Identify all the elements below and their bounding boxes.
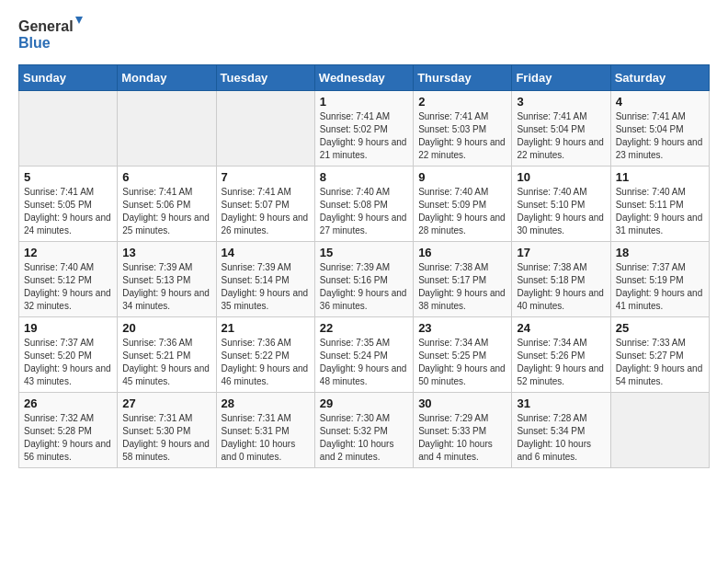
weekday-header-monday: Monday [118, 65, 216, 91]
day-info: Sunrise: 7:41 AMSunset: 5:04 PMDaylight:… [616, 110, 704, 162]
day-info: Sunrise: 7:40 AMSunset: 5:10 PMDaylight:… [517, 186, 605, 237]
svg-text:General: General [18, 18, 74, 34]
day-info: Sunrise: 7:38 AMSunset: 5:18 PMDaylight:… [517, 261, 605, 313]
calendar-cell: 30Sunrise: 7:29 AMSunset: 5:33 PMDayligh… [414, 393, 512, 468]
calendar-cell: 29Sunrise: 7:30 AMSunset: 5:32 PMDayligh… [314, 393, 413, 468]
day-number: 19 [24, 321, 112, 335]
day-info: Sunrise: 7:35 AMSunset: 5:24 PMDaylight:… [320, 337, 408, 388]
day-number: 5 [24, 170, 112, 184]
day-info: Sunrise: 7:40 AMSunset: 5:09 PMDaylight:… [418, 186, 506, 237]
weekday-header-row: SundayMondayTuesdayWednesdayThursdayFrid… [19, 65, 710, 91]
day-number: 18 [616, 246, 704, 259]
day-info: Sunrise: 7:40 AMSunset: 5:12 PMDaylight:… [24, 261, 112, 313]
day-number: 16 [418, 246, 506, 259]
calendar-cell: 25Sunrise: 7:33 AMSunset: 5:27 PMDayligh… [610, 317, 709, 393]
calendar-cell: 12Sunrise: 7:40 AMSunset: 5:12 PMDayligh… [19, 242, 118, 317]
calendar-cell: 21Sunrise: 7:36 AMSunset: 5:22 PMDayligh… [216, 317, 314, 393]
calendar-cell: 26Sunrise: 7:32 AMSunset: 5:28 PMDayligh… [19, 393, 118, 468]
day-info: Sunrise: 7:36 AMSunset: 5:22 PMDaylight:… [222, 337, 310, 388]
calendar-cell: 19Sunrise: 7:37 AMSunset: 5:20 PMDayligh… [19, 317, 118, 393]
week-row-5: 26Sunrise: 7:32 AMSunset: 5:28 PMDayligh… [19, 393, 710, 468]
calendar-cell: 16Sunrise: 7:38 AMSunset: 5:17 PMDayligh… [414, 242, 512, 317]
day-number: 12 [24, 246, 112, 259]
logo: General Blue [18, 15, 83, 55]
weekday-header-saturday: Saturday [610, 65, 709, 91]
day-number: 11 [616, 170, 704, 184]
day-number: 14 [222, 246, 310, 259]
calendar-cell: 14Sunrise: 7:39 AMSunset: 5:14 PMDayligh… [216, 242, 314, 317]
calendar-cell: 8Sunrise: 7:40 AMSunset: 5:08 PMDaylight… [314, 167, 413, 242]
calendar-cell: 24Sunrise: 7:34 AMSunset: 5:26 PMDayligh… [512, 317, 610, 393]
day-info: Sunrise: 7:41 AMSunset: 5:04 PMDaylight:… [517, 110, 605, 162]
day-number: 20 [122, 321, 210, 335]
calendar-cell: 28Sunrise: 7:31 AMSunset: 5:31 PMDayligh… [216, 393, 314, 468]
week-row-2: 5Sunrise: 7:41 AMSunset: 5:05 PMDaylight… [19, 167, 710, 242]
svg-text:Blue: Blue [18, 35, 51, 51]
day-number: 31 [517, 396, 605, 410]
day-number: 25 [616, 321, 704, 335]
day-info: Sunrise: 7:37 AMSunset: 5:19 PMDaylight:… [616, 261, 704, 313]
day-info: Sunrise: 7:41 AMSunset: 5:02 PMDaylight:… [320, 110, 408, 162]
calendar-cell [216, 91, 314, 167]
day-number: 23 [418, 321, 506, 335]
day-info: Sunrise: 7:39 AMSunset: 5:14 PMDaylight:… [222, 261, 310, 313]
day-info: Sunrise: 7:33 AMSunset: 5:27 PMDaylight:… [616, 337, 704, 388]
calendar-cell [19, 91, 118, 167]
day-number: 29 [320, 396, 408, 410]
day-info: Sunrise: 7:30 AMSunset: 5:32 PMDaylight:… [320, 412, 408, 464]
calendar-cell: 23Sunrise: 7:34 AMSunset: 5:25 PMDayligh… [414, 317, 512, 393]
day-number: 13 [122, 246, 210, 259]
week-row-1: 1Sunrise: 7:41 AMSunset: 5:02 PMDaylight… [19, 91, 710, 167]
weekday-header-tuesday: Tuesday [216, 65, 314, 91]
day-info: Sunrise: 7:41 AMSunset: 5:06 PMDaylight:… [122, 186, 210, 237]
day-info: Sunrise: 7:36 AMSunset: 5:21 PMDaylight:… [122, 337, 210, 388]
day-number: 9 [418, 170, 506, 184]
day-info: Sunrise: 7:28 AMSunset: 5:34 PMDaylight:… [517, 412, 605, 464]
day-number: 2 [418, 95, 506, 109]
day-info: Sunrise: 7:31 AMSunset: 5:31 PMDaylight:… [222, 412, 310, 464]
calendar-cell: 6Sunrise: 7:41 AMSunset: 5:06 PMDaylight… [118, 167, 216, 242]
calendar-cell: 10Sunrise: 7:40 AMSunset: 5:10 PMDayligh… [512, 167, 610, 242]
day-number: 10 [517, 170, 605, 184]
day-number: 30 [418, 396, 506, 410]
calendar-cell: 1Sunrise: 7:41 AMSunset: 5:02 PMDaylight… [314, 91, 413, 167]
week-row-3: 12Sunrise: 7:40 AMSunset: 5:12 PMDayligh… [19, 242, 710, 317]
week-row-4: 19Sunrise: 7:37 AMSunset: 5:20 PMDayligh… [19, 317, 710, 393]
day-number: 1 [320, 95, 408, 109]
calendar-cell: 5Sunrise: 7:41 AMSunset: 5:05 PMDaylight… [19, 167, 118, 242]
day-number: 22 [320, 321, 408, 335]
day-number: 6 [122, 170, 210, 184]
day-info: Sunrise: 7:40 AMSunset: 5:11 PMDaylight:… [616, 186, 704, 237]
weekday-header-wednesday: Wednesday [314, 65, 413, 91]
page: General Blue SundayMondayTuesdayWednesda… [0, 0, 728, 483]
logo-svg: General Blue [18, 15, 83, 55]
day-number: 24 [517, 321, 605, 335]
day-number: 15 [320, 246, 408, 259]
day-number: 7 [222, 170, 310, 184]
calendar-cell: 17Sunrise: 7:38 AMSunset: 5:18 PMDayligh… [512, 242, 610, 317]
day-info: Sunrise: 7:31 AMSunset: 5:30 PMDaylight:… [122, 412, 210, 464]
calendar-cell: 2Sunrise: 7:41 AMSunset: 5:03 PMDaylight… [414, 91, 512, 167]
day-number: 27 [122, 396, 210, 410]
calendar-cell [118, 91, 216, 167]
calendar-cell: 15Sunrise: 7:39 AMSunset: 5:16 PMDayligh… [314, 242, 413, 317]
day-info: Sunrise: 7:38 AMSunset: 5:17 PMDaylight:… [418, 261, 506, 313]
calendar-cell [610, 393, 709, 468]
day-info: Sunrise: 7:39 AMSunset: 5:16 PMDaylight:… [320, 261, 408, 313]
calendar-cell: 31Sunrise: 7:28 AMSunset: 5:34 PMDayligh… [512, 393, 610, 468]
day-number: 28 [222, 396, 310, 410]
day-info: Sunrise: 7:34 AMSunset: 5:25 PMDaylight:… [418, 337, 506, 388]
weekday-header-thursday: Thursday [414, 65, 512, 91]
calendar-cell: 27Sunrise: 7:31 AMSunset: 5:30 PMDayligh… [118, 393, 216, 468]
weekday-header-sunday: Sunday [19, 65, 118, 91]
day-number: 21 [222, 321, 310, 335]
day-info: Sunrise: 7:39 AMSunset: 5:13 PMDaylight:… [122, 261, 210, 313]
day-number: 3 [517, 95, 605, 109]
calendar-cell: 7Sunrise: 7:41 AMSunset: 5:07 PMDaylight… [216, 167, 314, 242]
svg-marker-2 [75, 17, 83, 24]
calendar-cell: 20Sunrise: 7:36 AMSunset: 5:21 PMDayligh… [118, 317, 216, 393]
day-info: Sunrise: 7:37 AMSunset: 5:20 PMDaylight:… [24, 337, 112, 388]
calendar-cell: 3Sunrise: 7:41 AMSunset: 5:04 PMDaylight… [512, 91, 610, 167]
calendar-cell: 18Sunrise: 7:37 AMSunset: 5:19 PMDayligh… [610, 242, 709, 317]
calendar-cell: 11Sunrise: 7:40 AMSunset: 5:11 PMDayligh… [610, 167, 709, 242]
